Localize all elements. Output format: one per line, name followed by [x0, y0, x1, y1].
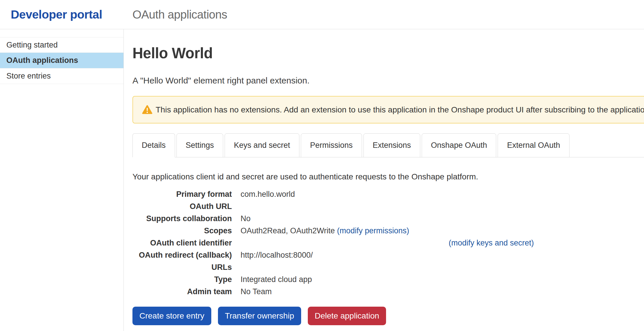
sidebar-item-label: Store entries — [6, 72, 51, 81]
transfer-ownership-button[interactable]: Transfer ownership — [218, 307, 301, 325]
tab-permissions[interactable]: Permissions — [301, 133, 362, 157]
modify-keys-and-secret-link[interactable]: (modify keys and secret) — [449, 239, 534, 248]
detail-label: OAuth client identifier — [132, 239, 232, 248]
detail-row-oauth-url: OAuth URL — [132, 202, 644, 214]
detail-label: Admin team — [132, 287, 232, 296]
detail-value: No — [241, 214, 251, 223]
no-extensions-warning-banner: This application has no extensions. Add … — [132, 96, 644, 123]
detail-row-oauth-client-identifier: OAuth client identifier (modify keys and… — [132, 239, 644, 251]
tab-bar: Details Settings Keys and secret Permiss… — [132, 133, 644, 157]
scopes-value: OAuth2Read, OAuth2Write — [241, 226, 337, 235]
details-list: Primary format com.hello.world OAuth URL… — [132, 190, 644, 299]
detail-label: OAuth redirect (callback) — [132, 251, 232, 260]
top-header: Developer portal OAuth applications — [0, 0, 644, 29]
detail-label: URLs — [132, 263, 232, 272]
main-content: Hello World A "Hello World" element righ… — [132, 29, 644, 331]
tab-label: Keys and secret — [234, 141, 290, 150]
detail-row-admin-team: Admin team No Team — [132, 287, 644, 299]
action-button-row: Create store entry Transfer ownership De… — [132, 307, 644, 325]
tab-label: Settings — [186, 141, 214, 150]
tab-details[interactable]: Details — [132, 133, 175, 157]
warning-text: This application has no extensions. Add … — [156, 105, 644, 114]
tab-settings[interactable]: Settings — [177, 133, 223, 157]
developer-portal-page: Developer portal OAuth applications Gett… — [0, 0, 644, 331]
detail-row-supports-collaboration: Supports collaboration No — [132, 214, 644, 226]
detail-label: Type — [132, 275, 232, 284]
detail-row-urls: URLs — [132, 263, 644, 275]
tab-label: Extensions — [373, 141, 411, 150]
detail-value: Integrated cloud app — [241, 275, 312, 284]
brand-logo[interactable]: Developer portal — [11, 8, 102, 21]
detail-label: OAuth URL — [132, 202, 232, 211]
detail-label: Supports collaboration — [132, 214, 232, 223]
tab-onshape-oauth[interactable]: Onshape OAuth — [422, 133, 496, 157]
detail-label: Scopes — [132, 226, 232, 235]
sidebar-nav: Getting started OAuth applications Store… — [0, 29, 124, 331]
detail-value: http://localhost:8000/ — [241, 251, 313, 260]
detail-row-primary-format: Primary format com.hello.world — [132, 190, 644, 202]
app-name-heading: Hello World — [132, 45, 644, 62]
tab-extensions[interactable]: Extensions — [363, 133, 420, 157]
tab-keys-and-secret[interactable]: Keys and secret — [225, 133, 299, 157]
detail-label: Primary format — [132, 190, 232, 199]
modify-permissions-link[interactable]: (modify permissions) — [337, 226, 409, 235]
create-store-entry-button[interactable]: Create store entry — [132, 307, 211, 325]
delete-application-button[interactable]: Delete application — [308, 307, 386, 325]
tab-external-oauth[interactable]: External OAuth — [498, 133, 569, 157]
tab-label: Details — [142, 141, 166, 150]
sidebar-item-store-entries[interactable]: Store entries — [0, 68, 123, 84]
app-description: A "Hello World" element right panel exte… — [132, 75, 644, 86]
page-title: OAuth applications — [132, 8, 227, 21]
tab-label: Permissions — [310, 141, 353, 150]
warning-triangle-icon — [142, 105, 152, 114]
details-intro-text: Your applications client id and secret a… — [132, 172, 644, 182]
detail-value: No Team — [241, 287, 272, 296]
detail-row-oauth-redirect: OAuth redirect (callback) http://localho… — [132, 251, 644, 263]
detail-row-type: Type Integrated cloud app — [132, 275, 644, 287]
tab-label: External OAuth — [507, 141, 560, 150]
detail-value: com.hello.world — [241, 190, 295, 199]
sidebar-item-getting-started[interactable]: Getting started — [0, 37, 123, 53]
sidebar-item-label: OAuth applications — [6, 56, 78, 65]
tab-label: Onshape OAuth — [431, 141, 487, 150]
detail-value: OAuth2Read, OAuth2Write (modify permissi… — [241, 226, 409, 235]
sidebar-item-oauth-applications[interactable]: OAuth applications — [0, 53, 123, 68]
sidebar-item-label: Getting started — [6, 41, 58, 50]
detail-row-scopes: Scopes OAuth2Read, OAuth2Write (modify p… — [132, 226, 644, 239]
